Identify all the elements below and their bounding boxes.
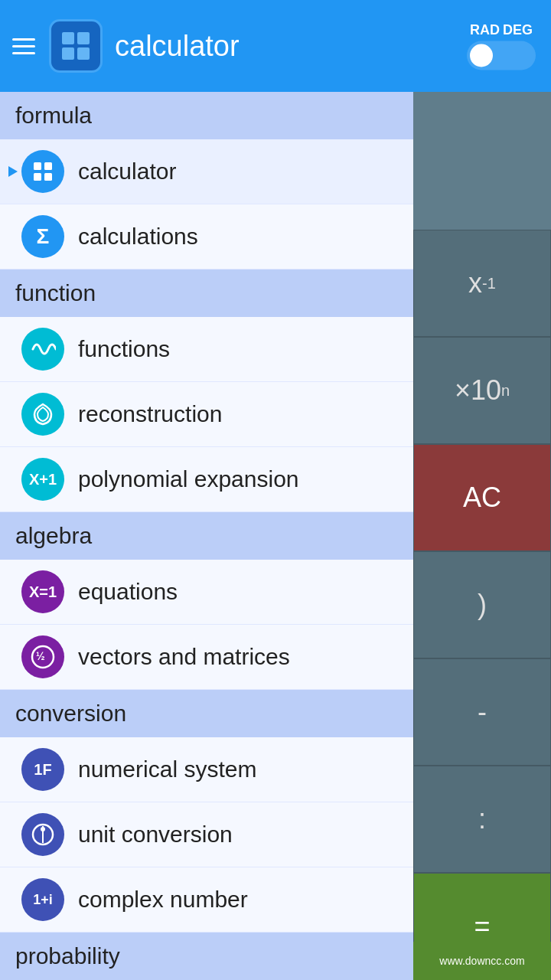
icon-vectors-matrices: ½: [21, 635, 64, 678]
icon-calculator: [21, 150, 64, 193]
content-area: formula calculator Σ calculations: [0, 92, 551, 980]
label-calculations: calculations: [78, 224, 198, 250]
svg-text:½: ½: [36, 650, 45, 662]
rad-deg-toggle[interactable]: RAD DEG: [467, 22, 536, 70]
label-calculator: calculator: [78, 158, 176, 185]
btn-colon[interactable]: :: [413, 766, 551, 873]
section-algebra: algebra: [0, 512, 413, 560]
icon-complex-number: 1+i: [21, 878, 64, 921]
section-conversion: conversion: [0, 690, 413, 737]
label-reconstruction: reconstruction: [78, 401, 222, 427]
svg-point-13: [41, 827, 45, 831]
menu-item-unit-conversion[interactable]: unit conversion: [0, 802, 413, 867]
label-numerical-system: numerical system: [78, 756, 256, 782]
svg-marker-4: [8, 166, 18, 177]
menu-item-polynomial-expansion[interactable]: X+1 polynomial expansion: [0, 447, 413, 512]
menu-item-equations[interactable]: X=1 equations: [0, 560, 413, 625]
label-polynomial-expansion: polynomial expansion: [78, 466, 299, 492]
menu-item-reconstruction[interactable]: reconstruction: [0, 382, 413, 447]
calc-buttons: x-1 ×10n AC ) - : =: [413, 230, 551, 980]
icon-functions: [21, 328, 64, 371]
menu-item-calculations[interactable]: Σ calculations: [0, 204, 413, 270]
section-probability: probability: [0, 933, 413, 980]
menu-item-functions[interactable]: functions: [0, 317, 413, 382]
btn-minus[interactable]: -: [413, 658, 551, 766]
watermark: www.downcc.com: [413, 942, 551, 980]
right-top-area: [413, 92, 551, 230]
left-menu: formula calculator Σ calculations: [0, 92, 413, 980]
app-title: calculator: [115, 30, 240, 63]
icon-polynomial: X+1: [21, 458, 64, 501]
label-equations: equations: [78, 579, 178, 605]
svg-rect-1: [77, 32, 90, 44]
menu-item-calculator[interactable]: calculator: [0, 139, 413, 204]
svg-rect-6: [44, 162, 52, 170]
svg-rect-5: [34, 162, 41, 170]
menu-item-vectors-matrices[interactable]: ½ vectors and matrices: [0, 625, 413, 690]
label-functions: functions: [78, 336, 170, 362]
hamburger-button[interactable]: [12, 32, 40, 60]
btn-x10n[interactable]: ×10n: [413, 337, 551, 444]
btn-ac[interactable]: AC: [413, 444, 551, 551]
right-panel: x-1 ×10n AC ) - : =: [413, 92, 551, 980]
icon-calculations: Σ: [21, 215, 64, 258]
menu-item-complex-number[interactable]: 1+i complex number: [0, 867, 413, 933]
icon-numerical-system: 1F: [21, 748, 64, 791]
toggle-track[interactable]: [467, 41, 536, 70]
label-complex-number: complex number: [78, 887, 248, 913]
app-header: calculator RAD DEG: [0, 0, 551, 92]
icon-equations: X=1: [21, 570, 64, 613]
arrow-icon-calculator: [5, 163, 21, 180]
svg-rect-8: [44, 173, 52, 181]
label-unit-conversion: unit conversion: [78, 822, 233, 848]
btn-paren-close[interactable]: ): [413, 551, 551, 658]
section-formula: formula: [0, 92, 413, 139]
svg-rect-2: [62, 47, 74, 60]
app-logo: [49, 19, 103, 73]
section-function: function: [0, 270, 413, 317]
svg-rect-3: [77, 47, 90, 60]
rad-label: RAD: [470, 22, 500, 38]
icon-unit-conversion: [21, 813, 64, 856]
icon-reconstruction: [21, 393, 64, 436]
svg-rect-7: [34, 173, 41, 181]
label-vectors-matrices: vectors and matrices: [78, 644, 290, 670]
btn-x-inv[interactable]: x-1: [413, 230, 551, 337]
svg-rect-0: [62, 32, 74, 44]
deg-label: DEG: [503, 22, 533, 38]
menu-item-numerical-system[interactable]: 1F numerical system: [0, 737, 413, 802]
toggle-thumb: [470, 44, 493, 67]
